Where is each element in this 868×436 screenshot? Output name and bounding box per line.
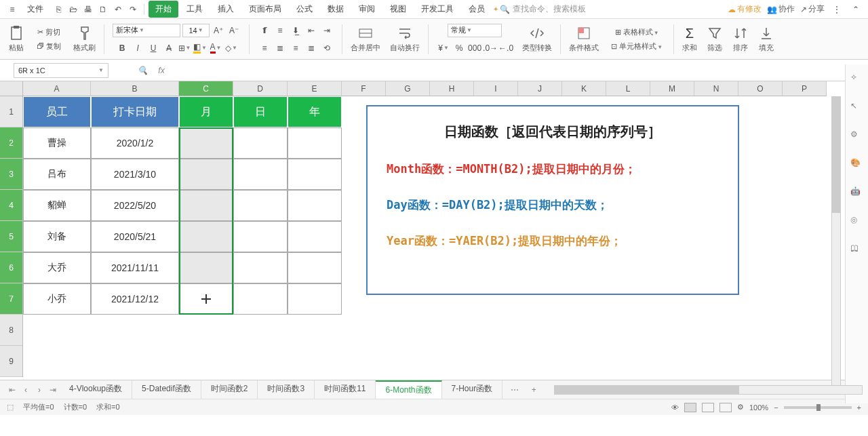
col-head-L[interactable]: L [606, 81, 650, 96]
filter-button[interactable]: 筛选 [707, 25, 723, 53]
tab-last-button[interactable]: ⇥ [46, 383, 60, 397]
tab-next-button[interactable]: › [33, 383, 46, 397]
cut-button[interactable]: ✂ 剪切 [35, 26, 63, 38]
cell-E2[interactable] [288, 127, 342, 159]
highlight-button[interactable]: ◇▼ [224, 41, 238, 55]
cell-style-button[interactable]: ⊡ 单元格样式▼ [608, 41, 665, 52]
align-bottom-button[interactable]: ⬇̲ [289, 24, 302, 37]
vertical-scrollbar[interactable] [831, 96, 841, 388]
share-button[interactable]: ↗ 分享 [800, 3, 825, 15]
cell-C3[interactable] [179, 159, 233, 190]
open-icon[interactable]: 🗁 [66, 3, 80, 16]
col-head-G[interactable]: G [386, 81, 430, 96]
size-select[interactable]: 14▼ [182, 24, 210, 37]
cell-C6[interactable] [179, 252, 233, 283]
cell-B5[interactable]: 2020/5/21 [91, 221, 179, 252]
row-head-1[interactable]: 1 [0, 96, 22, 127]
cell-D2[interactable] [233, 127, 288, 159]
cell-B4[interactable]: 2022/5/20 [91, 190, 179, 221]
row-head-2[interactable]: 2 [0, 127, 22, 159]
name-box[interactable]: 6R x 1C▼ [14, 63, 108, 78]
cell-E6[interactable] [288, 252, 342, 283]
redo-icon[interactable]: ↷ [126, 3, 140, 16]
cell-B7[interactable]: 2021/12/12 [91, 283, 179, 315]
cell-D7[interactable] [233, 283, 288, 315]
tab-dev[interactable]: 开发工具 [414, 1, 460, 18]
align-justify-button[interactable]: ≣ [304, 41, 318, 55]
cell-B1[interactable]: 打卡日期 [91, 96, 179, 127]
underline-button[interactable]: U [146, 41, 160, 55]
collab-button[interactable]: 👥 协作 [767, 3, 795, 15]
font-select[interactable]: 新宋体▼ [113, 24, 180, 37]
col-head-A[interactable]: A [23, 81, 91, 96]
cell-A3[interactable]: 吕布 [23, 159, 91, 190]
record-icon[interactable]: ⬚ [7, 403, 14, 412]
fill-button[interactable]: 填充 [758, 25, 774, 53]
sheet-tab[interactable]: 6-Month函数 [376, 380, 441, 399]
side-book-icon[interactable]: 🕮 [850, 243, 864, 257]
sheet-tab[interactable]: 4-Vlookup函数 [60, 380, 132, 399]
cell-B2[interactable]: 2020/1/2 [91, 127, 179, 159]
eye-icon[interactable]: 👁 [671, 403, 679, 412]
row-head-4[interactable]: 4 [0, 190, 22, 221]
tab-prev-button[interactable]: ‹ [19, 383, 33, 397]
side-cursor-icon[interactable]: ↖ [850, 101, 864, 115]
zoom-slider[interactable] [784, 406, 852, 409]
cell-C5[interactable] [179, 221, 233, 252]
indent-left-button[interactable]: ⇤ [304, 24, 318, 37]
col-head-P[interactable]: P [783, 81, 827, 96]
number-format-select[interactable]: 常规▼ [448, 24, 502, 37]
wrap-button[interactable]: 自动换行 [390, 25, 420, 53]
cell-E5[interactable] [288, 221, 342, 252]
fx-button[interactable]: fx [155, 64, 168, 77]
side-ai-icon[interactable]: 🤖 [850, 186, 864, 200]
font-color-button[interactable]: A▼ [209, 41, 222, 55]
format-painter-button[interactable]: 格式刷 [73, 25, 96, 53]
table-style-button[interactable]: ⊞ 表格样式▼ [612, 26, 662, 38]
col-head-J[interactable]: J [518, 81, 562, 96]
tab-formula[interactable]: 公式 [290, 1, 319, 18]
inc-decimal-button[interactable]: .0→ [484, 41, 497, 55]
collapse-icon[interactable]: ⌃ [849, 3, 863, 16]
row-head-8[interactable]: 8 [0, 315, 22, 346]
menu-file[interactable]: 文件 [20, 1, 50, 18]
zoom-out-button[interactable]: − [774, 403, 778, 412]
more-icon[interactable]: ⋮ [830, 3, 844, 16]
increase-font-button[interactable]: A⁺ [212, 24, 225, 37]
cell-B6[interactable]: 2021/11/11 [91, 252, 179, 283]
decrease-font-button[interactable]: A⁻ [227, 24, 241, 37]
align-middle-button[interactable]: ≡ [273, 24, 287, 37]
tab-more-button[interactable]: ⋯ [508, 385, 521, 395]
row-head-5[interactable]: 5 [0, 221, 22, 252]
col-head-I[interactable]: I [474, 81, 518, 96]
align-left-button[interactable]: ≡ [258, 41, 271, 55]
sheet-tab[interactable]: 7-Hour函数 [442, 380, 503, 399]
col-head-M[interactable]: M [650, 81, 694, 96]
merge-button[interactable]: 合并居中 [351, 25, 380, 53]
tab-add-button[interactable]: + [527, 385, 540, 395]
strike-button[interactable]: A̶ [162, 41, 176, 55]
sheet-tab[interactable]: 时间函数2 [201, 380, 258, 399]
cell-C4[interactable] [179, 190, 233, 221]
fill-color-button[interactable]: ◧▼ [193, 41, 207, 55]
col-head-N[interactable]: N [694, 81, 738, 96]
print-icon[interactable]: 🗋 [96, 3, 110, 16]
tab-insert[interactable]: 插入 [211, 1, 241, 18]
view-page-button[interactable] [702, 403, 714, 412]
sheet-tab[interactable]: 时间函数11 [315, 380, 376, 399]
view-normal-button[interactable] [684, 403, 696, 412]
tab-view[interactable]: 视图 [383, 1, 413, 18]
tab-review[interactable]: 审阅 [352, 1, 382, 18]
cell-C2[interactable] [179, 127, 233, 159]
grid-area[interactable]: ABCDEFGHIJKLMNOP 123456789 员工打卡日期月日年曹操20… [0, 81, 868, 380]
col-head-D[interactable]: D [233, 81, 288, 96]
tab-layout[interactable]: 页面布局 [242, 1, 288, 18]
cell-E1[interactable]: 年 [288, 96, 342, 127]
orientation-button[interactable]: ⟲ [320, 41, 334, 55]
row-head-6[interactable]: 6 [0, 252, 22, 283]
search-box[interactable]: 🔍 查找命令、搜索模板 [500, 3, 595, 15]
cell-D4[interactable] [233, 190, 288, 221]
align-right-button[interactable]: ≡ [289, 41, 302, 55]
col-head-F[interactable]: F [342, 81, 386, 96]
side-sparkle-icon[interactable]: ✧ [850, 73, 864, 86]
